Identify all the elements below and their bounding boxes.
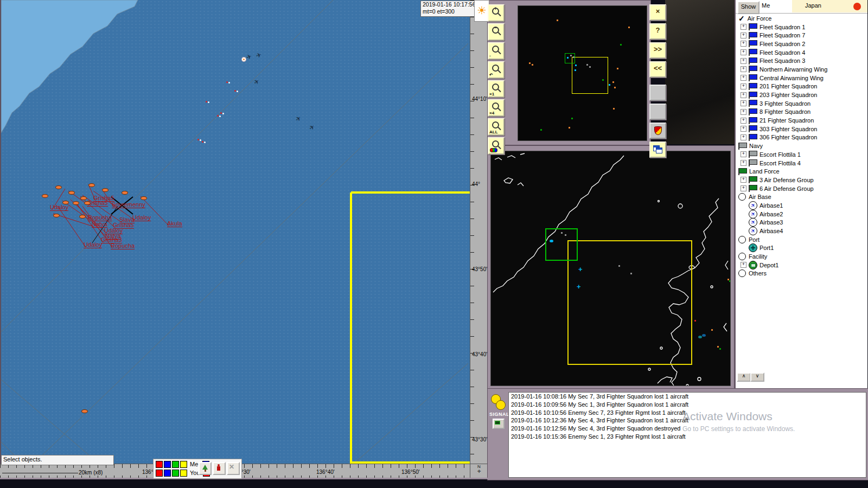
ship-icon[interactable] — [80, 196, 87, 200]
zoom-palette-button[interactable] — [488, 137, 505, 155]
tree-item[interactable]: +303 Fighter Squadron — [736, 125, 867, 133]
ship-icon[interactable] — [53, 214, 60, 217]
ship-icon[interactable] — [84, 201, 91, 205]
tree-item[interactable]: +6 Air Defense Group — [736, 184, 867, 193]
tree-item[interactable]: Land Force — [736, 167, 867, 176]
signal-button[interactable] — [491, 394, 506, 410]
ship-icon[interactable] — [73, 201, 79, 205]
zoom-box-button[interactable]: ▫ — [488, 42, 505, 60]
tree-item[interactable]: +Fleet Squadron 1 — [736, 23, 867, 31]
next-button[interactable]: >> — [649, 42, 666, 59]
expander-icon[interactable]: + — [741, 49, 746, 55]
tree-item[interactable]: +Northern Airwarning Wing — [736, 65, 867, 74]
expander-icon[interactable]: + — [741, 58, 746, 64]
bright-contact-marker[interactable] — [241, 57, 246, 62]
region-map-dot — [630, 273, 632, 274]
tab-japan[interactable]: Japan — [805, 2, 821, 9]
expander-icon[interactable]: + — [741, 160, 746, 166]
expander-icon[interactable]: + — [741, 33, 746, 38]
prev-button[interactable]: << — [649, 61, 666, 78]
tree-item[interactable]: +Depot1 — [736, 261, 867, 269]
ship-icon[interactable] — [102, 188, 108, 192]
tree-item[interactable]: +21 Fighter Squadron — [736, 116, 867, 125]
ship-icon[interactable] — [79, 215, 86, 219]
tree-item[interactable]: +Fleet Squadron 3 — [736, 56, 867, 65]
tree-item[interactable]: +Escort Flottila 4 — [736, 159, 867, 168]
signal-grid-button[interactable] — [493, 419, 505, 429]
expander-icon[interactable]: + — [741, 100, 746, 106]
expander-icon[interactable]: + — [741, 134, 746, 140]
expander-icon[interactable]: + — [741, 66, 746, 72]
scroll-up-button[interactable]: ∧ — [737, 373, 751, 382]
ship-icon[interactable] — [68, 191, 75, 195]
tree-item[interactable]: +201 Fighter Squadron — [736, 82, 867, 91]
expander-icon[interactable]: + — [741, 151, 746, 157]
tree-item[interactable]: +3 Fighter Squadron — [736, 99, 867, 108]
close-button[interactable]: × — [649, 4, 666, 21]
tree-item[interactable]: Port1 — [736, 244, 867, 253]
tree-item[interactable]: +3 Air Defense Group — [736, 176, 867, 184]
ship-icon[interactable] — [42, 194, 48, 198]
zoom-all-button[interactable]: ALL — [488, 118, 505, 136]
expander-icon[interactable]: + — [741, 262, 746, 268]
minimap-dot — [602, 79, 604, 81]
tree-item[interactable]: ✈Airbase3 — [736, 219, 867, 227]
tree-item[interactable]: Port — [736, 235, 867, 244]
windows-button[interactable] — [649, 142, 666, 158]
expander-icon[interactable]: + — [741, 177, 746, 183]
tree-item[interactable]: +306 Fighter Squadron — [736, 133, 867, 142]
zoom-in-button[interactable]: + — [488, 4, 505, 22]
shield-button[interactable] — [649, 123, 666, 139]
tree-item[interactable]: +Fleet Squadron 2 — [736, 40, 867, 48]
zoom-prev-button[interactable]: ↶ — [488, 61, 505, 79]
tab-me[interactable]: Me — [762, 2, 770, 9]
expander-icon[interactable]: + — [741, 118, 746, 124]
expander-icon[interactable]: + — [741, 185, 746, 191]
expander-icon[interactable]: + — [741, 109, 746, 115]
tree-item[interactable]: +Central Airwarning Wing — [736, 74, 867, 82]
tree-item[interactable]: ✈Airbase2 — [736, 210, 867, 219]
contact-marker[interactable] — [220, 112, 225, 114]
zoom-x4-button[interactable]: ×4 — [488, 99, 505, 117]
contact-marker[interactable] — [206, 101, 210, 103]
tree-item[interactable]: +Fleet Squadron 7 — [736, 31, 867, 40]
contact-marker[interactable] — [202, 141, 206, 143]
expander-icon[interactable]: + — [741, 24, 746, 30]
expander-icon[interactable]: + — [741, 84, 746, 89]
tree-item[interactable]: ✈Airbase1 — [736, 201, 867, 210]
contact-marker[interactable] — [197, 139, 202, 141]
contact-marker[interactable] — [217, 115, 221, 117]
expander-icon[interactable]: + — [741, 126, 746, 132]
main-tactical-map[interactable]: UdaloyGrisha5Grisha5SovremennyRopuchaSla… — [0, 0, 471, 464]
tree-item[interactable]: Others — [736, 269, 867, 278]
tree-item[interactable]: +8 Fighter Squadron — [736, 108, 867, 117]
zoom-out-button[interactable]: − — [488, 23, 505, 41]
unit-button[interactable] — [213, 462, 226, 475]
scroll-down-button[interactable]: ∨ — [750, 373, 764, 382]
tree-item[interactable]: +Fleet Squadron 4 — [736, 48, 867, 57]
terrain-button[interactable] — [199, 462, 212, 475]
expander-icon[interactable]: + — [741, 75, 746, 81]
ship-icon[interactable] — [141, 196, 147, 200]
expander-icon[interactable]: + — [741, 92, 746, 98]
ship-icon[interactable] — [55, 185, 62, 189]
tree-item[interactable]: Navy — [736, 142, 867, 150]
tree-item[interactable]: Facility — [736, 252, 867, 261]
ship-icon[interactable] — [88, 183, 95, 187]
show-button[interactable]: Show — [737, 1, 760, 14]
contact-marker[interactable] — [226, 81, 231, 84]
overview-minimap[interactable] — [518, 5, 647, 141]
tree-item[interactable]: ✈Airbase4 — [736, 227, 867, 235]
ship-icon[interactable] — [81, 409, 88, 413]
region-map[interactable]: ++ — [490, 151, 731, 386]
ship-icon[interactable] — [122, 191, 128, 195]
expander-icon[interactable]: + — [741, 41, 746, 47]
tree-item[interactable]: Air Base — [736, 192, 867, 201]
tree-item[interactable]: ✓Air Force — [736, 14, 867, 23]
help-button[interactable]: ? — [649, 23, 666, 40]
tree-item[interactable]: +203 Fighter Squadron — [736, 91, 867, 99]
zoom-x1-button[interactable]: ×1 — [488, 80, 505, 98]
contact-marker[interactable] — [234, 90, 239, 92]
ship-icon[interactable] — [62, 201, 69, 204]
tree-item[interactable]: +Escort Flottila 1 — [736, 150, 867, 159]
